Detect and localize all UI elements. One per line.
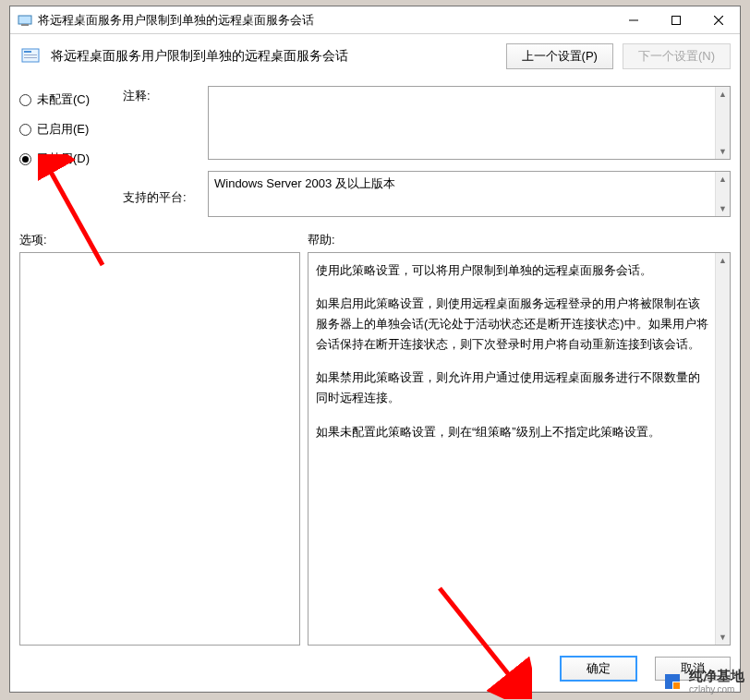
radio-icon xyxy=(19,153,31,165)
radio-disabled[interactable]: 已禁用(D) xyxy=(19,151,112,167)
dialog-window: 将远程桌面服务用户限制到单独的远程桌面服务会话 将远程桌面服务用户限制到单独的远… xyxy=(9,6,741,693)
radio-label: 已启用(E) xyxy=(37,121,89,138)
next-setting-button: 下一个设置(N) xyxy=(623,43,731,69)
supported-platform-box: Windows Server 2003 及以上版本 ▲▼ xyxy=(208,171,731,217)
scrollbar[interactable]: ▲▼ xyxy=(715,172,730,216)
radio-icon xyxy=(19,124,31,136)
svg-rect-8 xyxy=(24,54,37,55)
options-label: 选项: xyxy=(19,232,308,248)
scroll-down-icon: ▼ xyxy=(716,144,730,159)
scroll-up-icon: ▲ xyxy=(716,253,730,268)
minimize-button[interactable] xyxy=(612,6,655,33)
help-label: 帮助: xyxy=(308,232,335,248)
ok-button[interactable]: 确定 xyxy=(561,657,636,681)
field-labels: 注释: 支持的平台: xyxy=(123,86,197,217)
help-paragraph: 使用此策略设置，可以将用户限制到单独的远程桌面服务会话。 xyxy=(316,260,709,281)
app-icon xyxy=(18,13,32,28)
panel-labels: 选项: 帮助: xyxy=(19,232,731,248)
supported-label: 支持的平台: xyxy=(123,189,197,206)
radio-label: 已禁用(D) xyxy=(37,151,90,167)
panels: 使用此策略设置，可以将用户限制到单独的远程桌面服务会话。 如果启用此策略设置，则… xyxy=(19,252,731,646)
svg-rect-9 xyxy=(24,57,37,58)
dialog-footer: 确定 取消 xyxy=(19,646,731,681)
options-panel xyxy=(19,252,300,646)
watermark-logo-icon xyxy=(661,670,683,693)
svg-rect-12 xyxy=(673,682,680,689)
help-panel: 使用此策略设置，可以将用户限制到单独的远程桌面服务会话。 如果启用此策略设置，则… xyxy=(308,252,731,646)
close-button[interactable] xyxy=(697,6,740,33)
watermark-url: czlaby.com xyxy=(689,685,744,694)
scrollbar[interactable]: ▲▼ xyxy=(715,253,730,645)
radio-enabled[interactable]: 已启用(E) xyxy=(19,121,112,138)
scrollbar[interactable]: ▲▼ xyxy=(715,87,730,159)
comment-label: 注释: xyxy=(123,88,197,104)
header-row: 将远程桌面服务用户限制到单独的远程桌面服务会话 上一个设置(P) 下一个设置(N… xyxy=(19,43,731,69)
help-text: 使用此策略设置，可以将用户限制到单独的远程桌面服务会话。 如果启用此策略设置，则… xyxy=(316,260,709,442)
content-area: 将远程桌面服务用户限制到单独的远程桌面服务会话 上一个设置(P) 下一个设置(N… xyxy=(10,34,740,692)
help-paragraph: 如果禁用此策略设置，则允许用户通过使用远程桌面服务进行不限数量的同时远程连接。 xyxy=(316,368,709,408)
radio-not-configured[interactable]: 未配置(C) xyxy=(19,91,112,108)
titlebar: 将远程桌面服务用户限制到单独的远程桌面服务会话 xyxy=(10,6,740,34)
window-controls xyxy=(612,6,740,33)
help-paragraph: 如果启用此策略设置，则使用远程桌面服务远程登录的用户将被限制在该服务器上的单独会… xyxy=(316,294,709,355)
scroll-down-icon: ▼ xyxy=(716,630,730,645)
radio-icon xyxy=(19,94,31,106)
svg-rect-3 xyxy=(672,16,681,24)
scroll-up-icon: ▲ xyxy=(716,87,730,102)
scroll-down-icon: ▼ xyxy=(716,201,730,216)
radio-group: 未配置(C) 已启用(E) 已禁用(D) xyxy=(19,86,112,217)
config-section: 未配置(C) 已启用(E) 已禁用(D) 注释: 支持的平台: ▲▼ xyxy=(19,86,731,217)
window-title: 将远程桌面服务用户限制到单独的远程桌面服务会话 xyxy=(38,12,612,29)
svg-rect-1 xyxy=(21,24,29,26)
policy-icon xyxy=(19,45,42,67)
svg-rect-7 xyxy=(24,51,31,53)
policy-title: 将远程桌面服务用户限制到单独的远程桌面服务会话 xyxy=(51,48,497,65)
svg-rect-0 xyxy=(18,16,31,24)
supported-platform-text: Windows Server 2003 及以上版本 xyxy=(214,176,395,190)
field-values: ▲▼ Windows Server 2003 及以上版本 ▲▼ xyxy=(208,86,731,217)
scroll-up-icon: ▲ xyxy=(716,172,730,187)
maximize-button[interactable] xyxy=(655,6,697,33)
watermark-text: 纯净基地 xyxy=(689,668,744,683)
radio-label: 未配置(C) xyxy=(37,91,90,108)
previous-setting-button[interactable]: 上一个设置(P) xyxy=(506,43,613,69)
watermark: 纯净基地 czlaby.com xyxy=(661,668,744,694)
comment-textbox[interactable]: ▲▼ xyxy=(208,86,731,160)
help-paragraph: 如果未配置此策略设置，则在“组策略”级别上不指定此策略设置。 xyxy=(316,422,709,442)
